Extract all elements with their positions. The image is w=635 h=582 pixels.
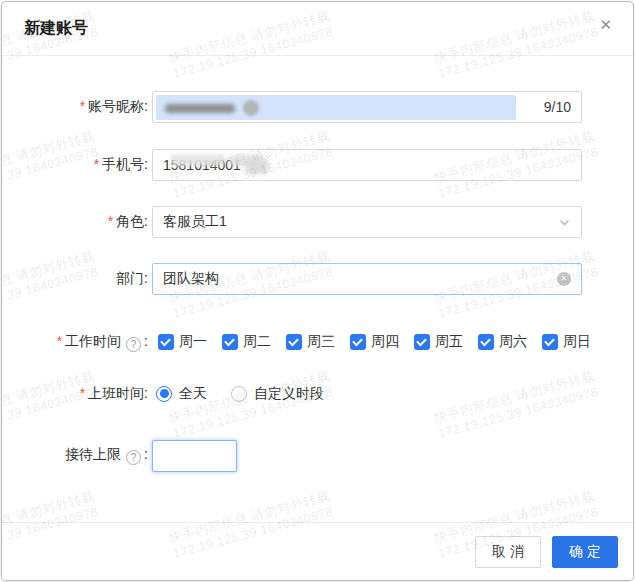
form-row-shift: *上班时间: 全天自定义时段: [2, 385, 633, 403]
label-colon: :: [144, 333, 148, 349]
checkbox-icon: [222, 334, 238, 350]
checkbox-icon: [542, 334, 558, 350]
checkbox-label: 周六: [499, 333, 527, 351]
form-row-workdays: *工作时间?: 周一周二周三周四周五周六周日: [2, 333, 633, 352]
checkbox-label: 周五: [435, 333, 463, 351]
required-asterisk: *: [80, 98, 85, 114]
form-row-role: *角色: 客服员工1: [2, 206, 633, 238]
form-row-limit: 接待上限?:: [2, 440, 633, 472]
new-account-dialog: 快手内部信息 请勿对外转载172.19.125.39 1640340978快手内…: [1, 1, 634, 581]
label-colon: :: [144, 385, 148, 401]
workday-option-5[interactable]: 周五: [414, 333, 463, 351]
form-row-department: 部门: 团队架构 ✕: [2, 263, 633, 295]
checkbox-label: 周一: [179, 333, 207, 351]
department-value: 团队架构: [163, 270, 219, 288]
checkbox-icon: [478, 334, 494, 350]
label-colon: :: [144, 270, 148, 286]
label-text: 接待上限: [65, 446, 121, 462]
checkbox-icon: [350, 334, 366, 350]
limit-label: 接待上限?:: [2, 446, 148, 465]
workday-option-2[interactable]: 周二: [222, 333, 271, 351]
help-icon[interactable]: ?: [126, 337, 141, 352]
checkbox-icon: [158, 334, 174, 350]
checkbox-label: 周三: [307, 333, 335, 351]
reception-limit-input[interactable]: [152, 440, 237, 472]
checkbox-icon: [414, 334, 430, 350]
shift-option-2[interactable]: 自定义时段: [231, 385, 324, 403]
cancel-button[interactable]: 取消: [475, 536, 541, 568]
checkbox-icon: [286, 334, 302, 350]
workdays-label: *工作时间?:: [2, 333, 148, 352]
char-counter: 9/10: [544, 99, 571, 115]
phone-label: *手机号:: [2, 156, 148, 174]
chevron-down-icon: [558, 216, 571, 229]
redacted-text-dot: [243, 100, 259, 116]
redaction-smudge: [246, 158, 268, 174]
dialog-header: 新建账号 ✕: [2, 2, 633, 56]
nickname-label: *账号昵称:: [2, 98, 148, 116]
workday-option-1[interactable]: 周一: [158, 333, 207, 351]
department-input[interactable]: 团队架构 ✕: [152, 263, 582, 295]
shift-label: *上班时间:: [2, 385, 148, 403]
label-text: 工作时间: [65, 333, 121, 349]
label-colon: :: [144, 98, 148, 114]
checkbox-label: 周日: [563, 333, 591, 351]
checkbox-label: 周二: [243, 333, 271, 351]
redacted-text-blob: [165, 104, 235, 113]
required-asterisk: *: [80, 385, 85, 401]
workday-option-3[interactable]: 周三: [286, 333, 335, 351]
label-colon: :: [144, 446, 148, 462]
role-select[interactable]: 客服员工1: [152, 206, 582, 238]
shift-option-1[interactable]: 全天: [156, 385, 207, 403]
workday-option-7[interactable]: 周日: [542, 333, 591, 351]
role-label: *角色:: [2, 213, 148, 231]
role-selected-value: 客服员工1: [163, 213, 227, 231]
radio-label: 全天: [179, 385, 207, 403]
label-text: 角色: [116, 213, 144, 229]
form-row-nickname: *账号昵称: 9/10: [2, 91, 633, 123]
workday-option-6[interactable]: 周六: [478, 333, 527, 351]
phone-input[interactable]: 1581014001: [152, 149, 582, 181]
required-asterisk: *: [94, 156, 99, 172]
label-text: 手机号: [102, 156, 144, 172]
help-icon[interactable]: ?: [126, 450, 141, 465]
label-text: 部门: [116, 270, 144, 286]
confirm-button[interactable]: 确定: [552, 536, 618, 568]
clear-icon[interactable]: ✕: [557, 272, 571, 286]
workday-group: 周一周二周三周四周五周六周日: [152, 333, 591, 351]
label-colon: :: [144, 156, 148, 172]
label-colon: :: [144, 213, 148, 229]
form-row-phone: *手机号: 1581014001: [2, 149, 633, 181]
dialog-title: 新建账号: [24, 18, 88, 39]
radio-icon: [156, 386, 172, 402]
required-asterisk: *: [57, 333, 62, 349]
workday-option-4[interactable]: 周四: [350, 333, 399, 351]
required-asterisk: *: [108, 213, 113, 229]
dialog-body: *账号昵称: 9/10 *手机号: 1581014001 *角色: 客服员工1: [2, 56, 633, 472]
shift-radio-group: 全天自定义时段: [152, 385, 348, 403]
radio-label: 自定义时段: [254, 385, 324, 403]
redaction-smudge: [171, 155, 225, 166]
dialog-footer: 取消 确定: [2, 522, 633, 580]
department-label: 部门:: [2, 270, 148, 288]
label-text: 账号昵称: [88, 98, 144, 114]
radio-icon: [231, 386, 247, 402]
checkbox-label: 周四: [371, 333, 399, 351]
label-text: 上班时间: [88, 385, 144, 401]
close-icon[interactable]: ✕: [599, 17, 612, 32]
nickname-input[interactable]: 9/10: [152, 91, 582, 123]
